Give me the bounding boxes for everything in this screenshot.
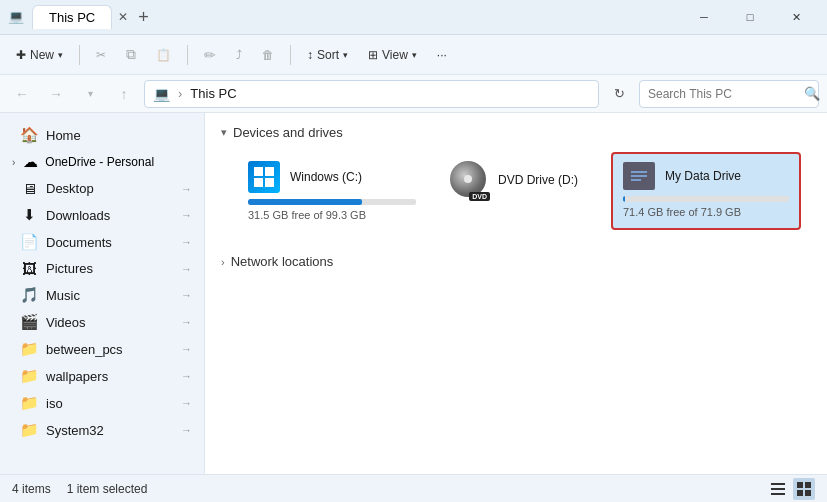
sidebar-item-downloads[interactable]: ⬇ Downloads →: [4, 202, 200, 228]
drive-item-windows-c[interactable]: Windows (C:) 31.5 GB free of 99.3 GB: [237, 152, 427, 230]
svg-rect-3: [265, 178, 274, 187]
sidebar-item-desktop[interactable]: 🖥 Desktop →: [4, 176, 200, 201]
minimize-button[interactable]: ─: [681, 0, 727, 35]
view-chevron-icon: ▾: [412, 50, 417, 60]
close-button[interactable]: ✕: [773, 0, 819, 35]
pin-icon-9: →: [181, 424, 192, 436]
sidebar-item-between_pcs[interactable]: 📁 between_pcs →: [4, 336, 200, 362]
svg-rect-10: [771, 493, 785, 495]
maximize-button[interactable]: □: [727, 0, 773, 35]
sort-button[interactable]: ↕ Sort ▾: [299, 44, 356, 66]
window-icon: 💻: [8, 9, 24, 25]
paste-button[interactable]: 📋: [148, 44, 179, 66]
forward-button[interactable]: →: [42, 80, 70, 108]
share-button[interactable]: ⤴: [228, 44, 250, 66]
data-drive-bar: [623, 196, 625, 202]
window-controls: ─ □ ✕: [681, 0, 819, 35]
dvd-badge: DVD: [469, 192, 490, 201]
view-button[interactable]: ⊞ View ▾: [360, 44, 425, 66]
copy-icon: ⧉: [126, 46, 136, 63]
sidebar-item-documents[interactable]: 📄 Documents →: [4, 229, 200, 255]
view-icon: ⊞: [368, 48, 378, 62]
content-area: ▾ Devices and drives Windows (C:) 31.5 G…: [205, 113, 827, 474]
view-controls: [767, 478, 815, 500]
devices-section-header[interactable]: ▾ Devices and drives: [221, 125, 811, 140]
address-bar-input[interactable]: 💻 › This PC: [144, 80, 599, 108]
pin-icon-7: →: [181, 370, 192, 382]
pin-icon-4: →: [181, 289, 192, 301]
svg-rect-8: [771, 483, 785, 485]
tab-label[interactable]: This PC: [32, 5, 112, 29]
back-button[interactable]: ←: [8, 80, 36, 108]
delete-button[interactable]: 🗑: [254, 44, 282, 66]
windows-drive-icon: [248, 161, 280, 193]
new-tab-btn[interactable]: +: [138, 7, 149, 28]
sidebar-item-music[interactable]: 🎵 Music →: [4, 282, 200, 308]
sidebar-icon-4: 🎵: [20, 286, 38, 304]
sidebar-item-system32[interactable]: 📁 System32 →: [4, 417, 200, 443]
data-drive-icon: [623, 162, 655, 190]
sidebar-label-7: wallpapers: [46, 369, 108, 384]
delete-icon: 🗑: [262, 48, 274, 62]
paste-icon: 📋: [156, 48, 171, 62]
tab-close-btn[interactable]: ✕: [118, 10, 128, 24]
pin-icon-1: →: [181, 209, 192, 221]
sidebar-item-videos[interactable]: 🎬 Videos →: [4, 309, 200, 335]
data-drive-bar-container: [623, 196, 789, 202]
sidebar-items-list: 🖥 Desktop → ⬇ Downloads → 📄 Documents → …: [0, 176, 204, 443]
windows-drive-bar-container: [248, 199, 416, 205]
svg-rect-11: [797, 482, 803, 488]
sidebar-label-3: Pictures: [46, 261, 93, 276]
sidebar-label-8: iso: [46, 396, 63, 411]
sidebar-home-label: Home: [46, 128, 81, 143]
sidebar-item-pictures[interactable]: 🖼 Pictures →: [4, 256, 200, 281]
devices-chevron-icon: ▾: [221, 126, 227, 139]
pin-icon-2: →: [181, 236, 192, 248]
toolbar-separator-2: [187, 45, 188, 65]
svg-rect-14: [805, 490, 811, 496]
sidebar-icon-2: 📄: [20, 233, 38, 251]
sidebar-icon-3: 🖼: [20, 260, 38, 277]
sidebar-item-iso[interactable]: 📁 iso →: [4, 390, 200, 416]
cut-button[interactable]: ✂: [88, 44, 114, 66]
sidebar-label-4: Music: [46, 288, 80, 303]
list-view-button[interactable]: [767, 478, 789, 500]
drive-item-dvd[interactable]: DVD DVD Drive (D:): [439, 152, 599, 230]
search-input[interactable]: [648, 87, 798, 101]
drive-item-my-data[interactable]: My Data Drive 71.4 GB free of 71.9 GB: [611, 152, 801, 230]
sidebar-icon-9: 📁: [20, 421, 38, 439]
sidebar-item-onedrive[interactable]: › ☁ OneDrive - Personal: [4, 149, 200, 175]
sidebar-item-home[interactable]: 🏠 Home: [4, 122, 200, 148]
refresh-button[interactable]: ↻: [605, 80, 633, 108]
onedrive-icon: ☁: [21, 153, 39, 171]
selected-count: 1 item selected: [67, 482, 148, 496]
sidebar-icon-7: 📁: [20, 367, 38, 385]
network-section-header[interactable]: › Network locations: [221, 254, 811, 269]
up-button[interactable]: ↑: [110, 80, 138, 108]
svg-rect-7: [631, 179, 641, 181]
copy-button[interactable]: ⧉: [118, 42, 144, 67]
grid-view-button[interactable]: [793, 478, 815, 500]
sidebar-icon-0: 🖥: [20, 180, 38, 197]
drive-top-data: My Data Drive: [623, 162, 789, 190]
data-drive-label: My Data Drive: [665, 169, 741, 183]
pin-icon-5: →: [181, 316, 192, 328]
more-button[interactable]: ···: [429, 44, 455, 66]
new-icon: ✚: [16, 48, 26, 62]
search-box[interactable]: 🔍: [639, 80, 819, 108]
home-icon: 🏠: [20, 126, 38, 144]
sidebar-item-wallpapers[interactable]: 📁 wallpapers →: [4, 363, 200, 389]
sidebar-label-5: Videos: [46, 315, 86, 330]
new-button[interactable]: ✚ New ▾: [8, 44, 71, 66]
network-chevron-icon: ›: [221, 256, 225, 268]
sort-icon: ↕: [307, 48, 313, 62]
svg-rect-2: [254, 178, 263, 187]
sidebar-icon-5: 🎬: [20, 313, 38, 331]
rename-button[interactable]: ✏: [196, 43, 224, 67]
toolbar-separator-3: [290, 45, 291, 65]
pin-icon-3: →: [181, 263, 192, 275]
recent-button[interactable]: ▾: [76, 80, 104, 108]
toolbar-separator: [79, 45, 80, 65]
address-icon: 💻: [153, 86, 170, 102]
windows-drive-size: 31.5 GB free of 99.3 GB: [248, 209, 416, 221]
